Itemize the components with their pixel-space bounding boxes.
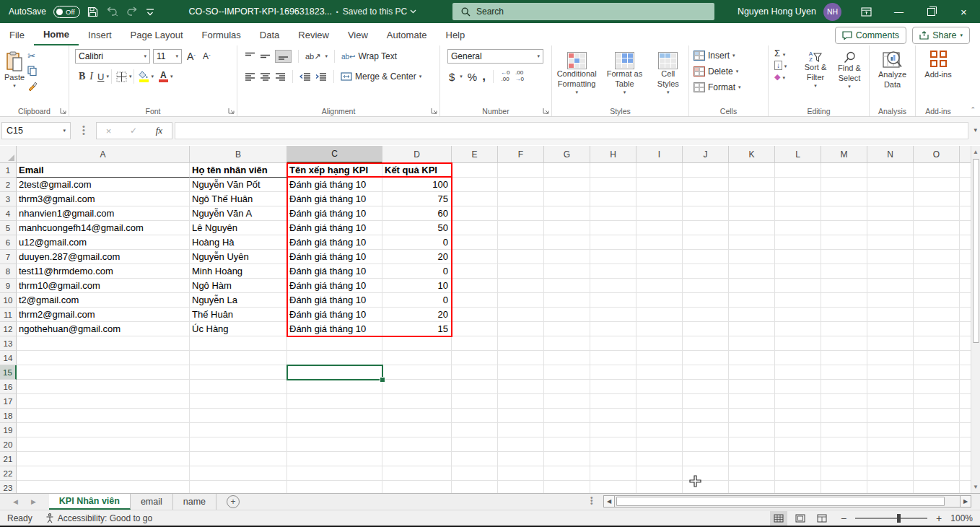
cell-C11[interactable]: Đánh giá tháng 10 [287, 308, 382, 322]
cell-styles-button[interactable]: Cell Styles▾ [650, 48, 686, 95]
cell-H20[interactable] [590, 437, 636, 452]
cell-G11[interactable] [544, 308, 590, 322]
cell-N13[interactable] [867, 336, 914, 351]
addins-button[interactable]: Add-ins [916, 45, 961, 80]
cell-L11[interactable] [775, 308, 821, 322]
scroll-down-icon[interactable]: ▼ [971, 484, 980, 490]
cell-H23[interactable] [590, 481, 636, 493]
hscroll-right-icon[interactable]: ▶ [960, 495, 971, 508]
cell-K21[interactable] [729, 452, 775, 466]
cell-L10[interactable] [775, 293, 821, 308]
cell-F12[interactable] [498, 322, 544, 336]
cell-K6[interactable] [729, 235, 775, 250]
cell-F15[interactable] [498, 365, 544, 380]
cell-I14[interactable] [636, 351, 683, 365]
cell-H7[interactable] [590, 250, 636, 264]
cell-C2[interactable]: Đánh giá tháng 10 [287, 178, 382, 192]
cell-E21[interactable] [452, 452, 498, 466]
cell-G23[interactable] [544, 481, 590, 493]
cell-L21[interactable] [775, 452, 821, 466]
cell-N7[interactable] [867, 250, 914, 264]
cell-A4[interactable]: nhanvien1@gmail.com [17, 206, 190, 221]
accounting-dropdown-icon[interactable]: ▾ [460, 74, 463, 79]
cell-L14[interactable] [775, 351, 821, 365]
cell-J10[interactable] [683, 293, 729, 308]
borders-dropdown-icon[interactable]: ▾ [129, 74, 132, 79]
cell-O18[interactable] [914, 409, 960, 423]
clipboard-dialog-launcher-icon[interactable] [60, 108, 66, 114]
italic-button[interactable]: I [87, 69, 95, 84]
cell-O23[interactable] [914, 481, 960, 493]
row-header-9[interactable]: 9 [0, 279, 17, 293]
cell-N2[interactable] [867, 178, 914, 192]
cell-F1[interactable] [498, 163, 544, 178]
cell-G1[interactable] [544, 163, 590, 178]
cell-D16[interactable] [382, 380, 452, 394]
formula-bar-divider[interactable]: ••• [82, 125, 85, 136]
cell-F6[interactable] [498, 235, 544, 250]
zoom-out-icon[interactable]: − [841, 513, 846, 524]
orientation-dropdown-icon[interactable]: ▾ [325, 53, 328, 59]
row-header-4[interactable]: 4 [0, 206, 17, 221]
cell-A21[interactable] [17, 452, 190, 466]
cell-F3[interactable] [498, 192, 544, 206]
cell-G4[interactable] [544, 206, 590, 221]
cell-J2[interactable] [683, 178, 729, 192]
cell-C18[interactable] [287, 409, 382, 423]
row-header-11[interactable]: 11 [0, 308, 17, 322]
cell-E15[interactable] [452, 365, 498, 380]
cut-icon[interactable]: ✂ [27, 51, 38, 61]
cell-H18[interactable] [590, 409, 636, 423]
cell-A17[interactable] [17, 394, 190, 409]
cell-A23[interactable] [17, 481, 190, 493]
cell-O10[interactable] [914, 293, 960, 308]
cell-N16[interactable] [867, 380, 914, 394]
cell-E20[interactable] [452, 437, 498, 452]
name-box[interactable]: C15 ▾ [1, 122, 71, 139]
cell-D4[interactable]: 60 [382, 206, 452, 221]
ribbon-tab-formulas[interactable]: Formulas [193, 25, 250, 45]
cell-J17[interactable] [683, 394, 729, 409]
cell-O6[interactable] [914, 235, 960, 250]
cell-K8[interactable] [729, 264, 775, 279]
cell-F20[interactable] [498, 437, 544, 452]
cell-C16[interactable] [287, 380, 382, 394]
clear-icon[interactable]: ◆ ▾ [774, 72, 799, 82]
cell-F11[interactable] [498, 308, 544, 322]
ribbon-tab-view[interactable]: View [338, 25, 377, 45]
cell-E1[interactable] [452, 163, 498, 178]
cell-K9[interactable] [729, 279, 775, 293]
sort-filter-button[interactable]: AZ Sort & Filter▾ [799, 48, 832, 90]
cell-K16[interactable] [729, 380, 775, 394]
cell-N10[interactable] [867, 293, 914, 308]
cell-O2[interactable] [914, 178, 960, 192]
cell-C7[interactable]: Đánh giá tháng 10 [287, 250, 382, 264]
cell-B1[interactable]: Họ tên nhân viên [190, 163, 287, 178]
cell-N4[interactable] [867, 206, 914, 221]
cell-B10[interactable]: Nguyễn La [190, 293, 287, 308]
format-as-table-button[interactable]: Format as Table▾ [603, 48, 645, 95]
cell-N15[interactable] [867, 365, 914, 380]
cell-H21[interactable] [590, 452, 636, 466]
cell-K4[interactable] [729, 206, 775, 221]
cell-C17[interactable] [287, 394, 382, 409]
cell-H3[interactable] [590, 192, 636, 206]
cell-L19[interactable] [775, 423, 821, 437]
normal-view-icon[interactable] [770, 511, 787, 526]
cell-F21[interactable] [498, 452, 544, 466]
autosave-toggle[interactable]: Off [53, 6, 80, 18]
comma-style-icon[interactable]: , [482, 73, 486, 80]
cell-B5[interactable]: Lê Nguyên [190, 221, 287, 235]
cell-D8[interactable]: 0 [382, 264, 452, 279]
cell-I3[interactable] [636, 192, 683, 206]
cell-J8[interactable] [683, 264, 729, 279]
cell-E14[interactable] [452, 351, 498, 365]
cell-J14[interactable] [683, 351, 729, 365]
cell-M8[interactable] [821, 264, 867, 279]
cell-D17[interactable] [382, 394, 452, 409]
cell-E12[interactable] [452, 322, 498, 336]
cell-M14[interactable] [821, 351, 867, 365]
column-header-G[interactable]: G [544, 146, 590, 163]
saved-status[interactable]: Saved to this PC [343, 6, 416, 17]
cell-H4[interactable] [590, 206, 636, 221]
